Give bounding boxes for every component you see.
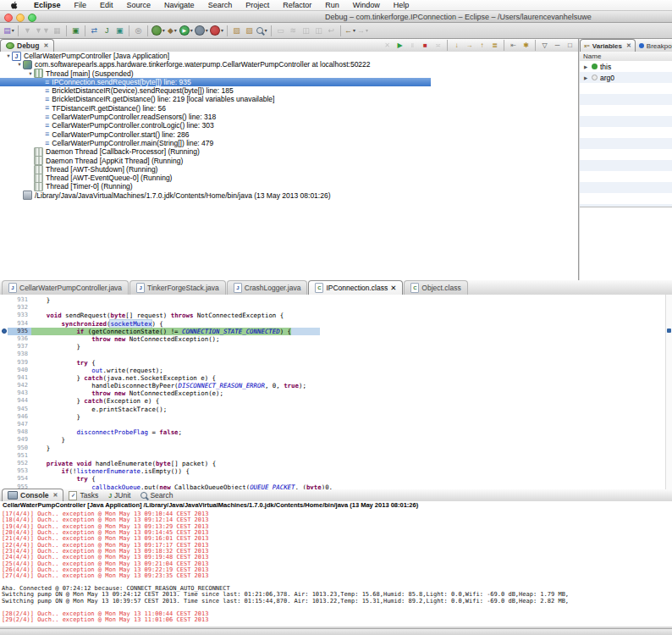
code-line[interactable]: 949 } <box>0 436 672 444</box>
debug-launch-tree[interactable]: ▼JCellarWaterPumpController [Java Applic… <box>0 52 578 280</box>
window-title-bar[interactable]: Debug – com.tinkerforge.IPConnection – E… <box>0 11 672 23</box>
close-icon[interactable]: ✕ <box>43 42 48 49</box>
variables-detail-pane[interactable] <box>580 207 672 280</box>
code-line[interactable]: 951 <box>0 452 672 460</box>
junit-button[interactable]: J <box>102 25 113 36</box>
checkout-button[interactable]: ▣ <box>114 25 125 36</box>
tab-breakpoints[interactable]: Breakpoints <box>636 40 672 52</box>
editor-tab-cellarwaterpumpcontroller-java[interactable]: JCellarWaterPumpController.java <box>2 280 129 295</box>
debug-tree-row[interactable]: /Library/Java/JavaVirtualMachines/1.7.0.… <box>0 191 578 200</box>
debug-tree-row[interactable]: ▼JCellarWaterPumpController [Java Applic… <box>0 52 578 60</box>
breakpoint-icon[interactable] <box>2 329 7 334</box>
code-line[interactable]: 937 } <box>0 343 672 351</box>
debug-tree-row[interactable]: Thread [AWT-EventQueue-0] (Running) <box>0 174 578 182</box>
code-line[interactable]: 950 } <box>0 444 672 452</box>
gutter[interactable] <box>0 467 8 475</box>
new-wizard-button[interactable]: ▤▾ <box>3 25 14 36</box>
step-into-button[interactable]: ↓ <box>451 41 462 51</box>
debug-tree-row[interactable]: Thread [Timer-0] (Running) <box>0 182 578 190</box>
debug-tree-row[interactable]: Daemon Thread [AppKit Thread] (Running) <box>0 157 578 165</box>
resume-button[interactable]: ▶ <box>394 41 405 51</box>
synchronize-button[interactable]: ⇄ <box>89 25 100 36</box>
debug-tree-row[interactable]: Daemon Thread [Callback-Processor] (Runn… <box>0 147 578 156</box>
menu-item-refactor[interactable]: Refactor <box>276 1 318 9</box>
gutter[interactable] <box>0 475 8 483</box>
apple-menu-icon[interactable] <box>10 1 19 10</box>
editor-overview-ruler[interactable] <box>665 295 672 489</box>
expander-icon[interactable]: ▼ <box>5 52 12 60</box>
annotation-button[interactable]: ≋ <box>288 25 299 36</box>
gutter[interactable] <box>0 335 8 343</box>
debug-tree-row[interactable]: ≡BrickletDistanceIR.getDistance() line: … <box>0 95 578 103</box>
gutter[interactable] <box>0 406 8 413</box>
coverage-button[interactable]: ▾ <box>195 25 208 36</box>
expander-icon[interactable]: ▼ <box>16 60 23 69</box>
editor-tab-object-class[interactable]: CObject.class <box>404 280 467 295</box>
close-icon[interactable]: ✕ <box>53 492 58 499</box>
gutter[interactable] <box>0 374 8 382</box>
back-button[interactable]: ←▾ <box>344 25 355 36</box>
code-line[interactable]: 944 } catch(Exception e) { <box>0 397 672 405</box>
menu-item-edit[interactable]: Edit <box>93 1 120 9</box>
gutter[interactable] <box>0 452 8 460</box>
save-button[interactable]: ▼ <box>22 25 33 36</box>
variable-row[interactable]: ▶this <box>580 61 672 72</box>
code-line[interactable]: 947 <box>0 421 672 428</box>
code-line[interactable]: 955 callbackQueue.put(new CallbackQueueO… <box>0 483 672 490</box>
menu-item-project[interactable]: Project <box>239 1 276 9</box>
terminate-button[interactable]: ■ <box>420 41 431 51</box>
gutter[interactable] <box>0 312 8 319</box>
expander-icon[interactable]: ▼ <box>27 69 34 78</box>
minimize-button[interactable] <box>16 14 25 22</box>
code-line[interactable]: 946 } <box>0 413 672 421</box>
maximize-view-button[interactable]: □ <box>565 41 576 51</box>
code-line[interactable]: 938 <box>0 351 672 358</box>
menu-item-search[interactable]: Search <box>201 1 240 9</box>
tab-tasks[interactable]: ✓Tasks <box>63 489 103 501</box>
run-button[interactable]: ▶▾ <box>179 25 193 36</box>
new-java-project-button[interactable]: ▣ <box>70 25 81 36</box>
remove-terminated-button[interactable]: ✕ <box>382 41 393 51</box>
debug-tree-row[interactable]: ≡CellarWaterPumpController.controlLogic(… <box>0 121 578 130</box>
drop-to-frame-button[interactable]: ⇤ <box>508 41 519 51</box>
gutter[interactable] <box>0 351 8 358</box>
gutter[interactable] <box>0 382 8 389</box>
suspend-button[interactable]: ‖ <box>407 41 418 51</box>
close-icon[interactable]: ✕ <box>390 284 396 292</box>
debug-tree-row[interactable]: ≡TFDistanceIR.getDistance() line: 56 <box>0 104 578 113</box>
close-icon[interactable]: ✕ <box>626 42 631 49</box>
code-editor[interactable]: 931 }932933 void sendRequest(byte[] requ… <box>0 295 672 489</box>
step-over-button[interactable]: → <box>464 41 475 51</box>
tab-console[interactable]: Console✕ <box>2 489 63 501</box>
gutter[interactable] <box>0 304 8 312</box>
expander-icon[interactable]: ▶ <box>582 64 589 69</box>
step-filters-button[interactable]: ≣ <box>489 41 500 51</box>
menu-item-navigate[interactable]: Navigate <box>157 1 201 9</box>
code-line[interactable]: 935 if (getConnectionState() != CONNECTI… <box>0 328 672 335</box>
menu-item-file[interactable]: File <box>68 1 94 9</box>
menu-item-eclipse[interactable]: Eclipse <box>27 1 68 9</box>
disconnect-button[interactable]: ≍ <box>432 41 443 51</box>
gutter[interactable] <box>0 460 8 467</box>
gutter[interactable] <box>0 320 8 328</box>
gutter[interactable] <box>0 428 8 436</box>
search-button[interactable]: ▾ <box>256 25 267 36</box>
next-annotation-button[interactable]: ◫ <box>300 25 311 36</box>
forward-button[interactable]: →▾ <box>357 25 368 36</box>
tab-junit[interactable]: JJUnit <box>103 489 135 501</box>
code-line[interactable]: 934 synchronized(socketMutex) { <box>0 320 672 328</box>
mark-occurrences-button[interactable]: ▭ <box>275 25 286 36</box>
debug-button[interactable]: ▾ <box>151 25 165 36</box>
variable-row[interactable]: ▶arg0 <box>580 72 672 83</box>
code-line[interactable]: 953 if(!listenerEnumerate.isEmpty()) { <box>0 467 672 475</box>
prev-annotation-button[interactable]: ◫ <box>313 25 324 36</box>
breakpoint-gutter[interactable] <box>0 328 8 335</box>
external-tools-button[interactable]: ◆▾ <box>167 25 178 36</box>
gutter[interactable] <box>0 296 8 304</box>
debug-tree-row[interactable]: ≡CellarWaterPumpController.readSensors()… <box>0 113 578 121</box>
menu-item-help[interactable]: Help <box>387 1 416 9</box>
editor-tab-crashlogger-java[interactable]: JCrashLogger.java <box>227 280 308 295</box>
open-type-button[interactable]: ▨ <box>231 25 242 36</box>
zoom-button[interactable] <box>28 14 36 22</box>
print-button[interactable]: ▦ <box>52 25 63 36</box>
